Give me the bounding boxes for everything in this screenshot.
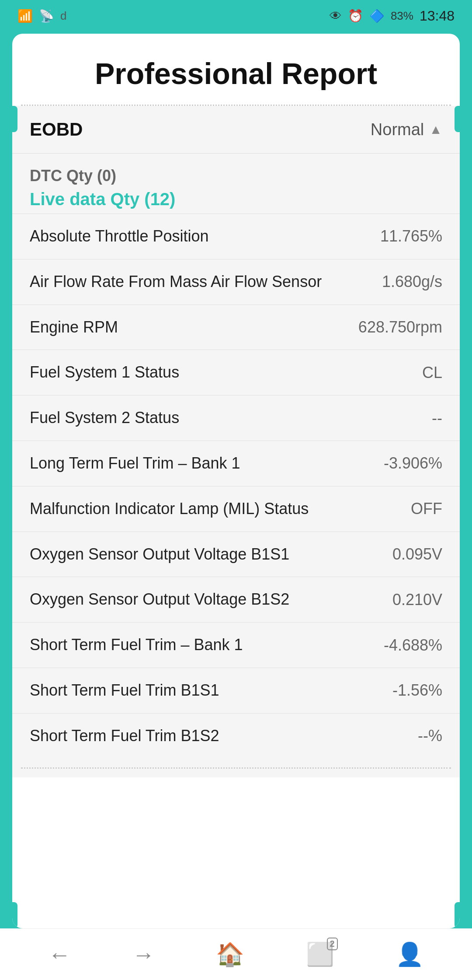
row-label: Air Flow Rate From Mass Air Flow Sensor	[30, 272, 382, 292]
card-inner: EOBD Normal ▲ DTC Qty (0) Live data Qty …	[12, 106, 460, 928]
row-label: Malfunction Indicator Lamp (MIL) Status	[30, 499, 411, 519]
back-button[interactable]: ←	[48, 942, 71, 968]
carrier-icon: d	[60, 9, 66, 23]
home-button[interactable]: 🏠	[216, 941, 244, 968]
table-row: Absolute Throttle Position11.765%	[12, 214, 460, 259]
dtc-qty: DTC Qty (0)	[30, 167, 442, 185]
row-label: Short Term Fuel Trim B1S1	[30, 680, 392, 701]
table-row: Oxygen Sensor Output Voltage B1S20.210V	[12, 577, 460, 622]
nav-bar: ← → 🏠 ⬜ 2 👤	[0, 928, 472, 980]
row-value: --%	[418, 727, 442, 745]
status-time: 13:48	[420, 8, 455, 24]
bottom-dotted-border	[21, 767, 451, 769]
eobd-status: Normal ▲	[371, 120, 442, 139]
row-label: Absolute Throttle Position	[30, 226, 380, 247]
row-value: 0.210V	[392, 591, 442, 609]
page-title: Professional Report	[30, 56, 442, 91]
row-label: Fuel System 1 Status	[30, 362, 422, 383]
battery-icon: 83%	[391, 9, 413, 23]
row-value: --	[432, 409, 442, 427]
eobd-status-text: Normal	[371, 120, 424, 139]
table-row: Long Term Fuel Trim – Bank 1-3.906%	[12, 441, 460, 486]
row-label: Oxygen Sensor Output Voltage B1S2	[30, 589, 392, 610]
eobd-label: EOBD	[30, 119, 83, 140]
table-row: Short Term Fuel Trim B1S1-1.56%	[12, 668, 460, 713]
table-row: Short Term Fuel Trim – Bank 1-4.688%	[12, 622, 460, 668]
table-row: Fuel System 2 Status--	[12, 395, 460, 441]
row-label: Short Term Fuel Trim B1S2	[30, 726, 418, 746]
forward-button[interactable]: →	[132, 942, 155, 968]
data-rows: Absolute Throttle Position11.765%Air Flo…	[12, 214, 460, 759]
corner-decoration-tr	[455, 106, 460, 132]
corner-decoration-tl	[12, 106, 17, 132]
status-right: 👁 ⏰ 🔷 83% 13:48	[330, 8, 455, 24]
table-row: Malfunction Indicator Lamp (MIL) StatusO…	[12, 486, 460, 532]
eye-icon: 👁	[330, 9, 342, 23]
row-label: Oxygen Sensor Output Voltage B1S1	[30, 544, 392, 565]
table-row: Short Term Fuel Trim B1S2--%	[12, 713, 460, 759]
tabs-badge: 2	[327, 938, 338, 950]
status-bar: 📶 📡 d 👁 ⏰ 🔷 83% 13:48	[0, 0, 472, 29]
row-value: -1.56%	[392, 681, 442, 700]
bottom-dotted-area	[12, 759, 460, 777]
row-value: 11.765%	[380, 227, 442, 245]
corner-decoration-br	[455, 902, 460, 928]
table-row: Air Flow Rate From Mass Air Flow Sensor1…	[12, 259, 460, 304]
row-label: Long Term Fuel Trim – Bank 1	[30, 453, 384, 474]
alarm-icon: ⏰	[348, 9, 363, 23]
tabs-button[interactable]: ⬜ 2	[306, 941, 334, 968]
row-label: Fuel System 2 Status	[30, 408, 432, 428]
profile-button[interactable]: 👤	[396, 941, 424, 968]
row-value: -3.906%	[384, 454, 442, 472]
row-value: 0.095V	[392, 545, 442, 564]
row-value: 1.680g/s	[382, 273, 442, 291]
table-row: Oxygen Sensor Output Voltage B1S10.095V	[12, 532, 460, 577]
status-left: 📶 📡 d	[17, 9, 66, 23]
table-row: Fuel System 1 StatusCL	[12, 350, 460, 395]
row-value: 628.750rpm	[358, 318, 442, 336]
wifi-icon: 📡	[39, 9, 54, 23]
row-value: OFF	[411, 500, 442, 518]
row-value: -4.688%	[384, 636, 442, 654]
eobd-section-header[interactable]: EOBD Normal ▲	[12, 106, 460, 154]
chevron-up-icon: ▲	[429, 122, 442, 137]
row-label: Short Term Fuel Trim – Bank 1	[30, 635, 384, 655]
table-row: Engine RPM628.750rpm	[12, 304, 460, 350]
corner-decoration-bl	[12, 902, 17, 928]
row-value: CL	[422, 364, 442, 382]
live-data-qty: Live data Qty (12)	[30, 189, 442, 209]
data-content-header: DTC Qty (0) Live data Qty (12)	[12, 154, 460, 214]
row-label: Engine RPM	[30, 317, 358, 338]
bluetooth-icon: 🔷	[369, 9, 385, 23]
main-card: Professional Report EOBD Normal ▲ DTC Qt…	[12, 34, 460, 928]
signal-icon: 📶	[17, 9, 33, 23]
report-title-area: Professional Report	[12, 34, 460, 105]
